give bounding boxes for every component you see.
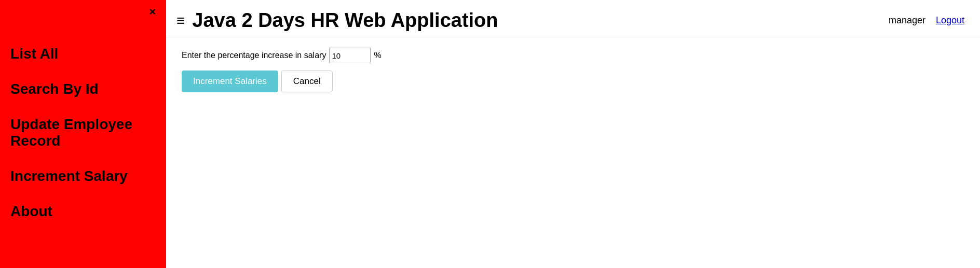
salary-input[interactable] bbox=[329, 48, 371, 63]
logout-link[interactable]: Logout bbox=[936, 15, 964, 26]
salary-label: Enter the percentage increase in salary bbox=[182, 51, 326, 60]
main-area: ≡ Java 2 Days HR Web Application manager… bbox=[166, 0, 980, 268]
cancel-button[interactable]: Cancel bbox=[281, 70, 333, 92]
buttons-row: Increment Salaries Cancel bbox=[182, 70, 964, 92]
sidebar-item-increment-salary[interactable]: Increment Salary bbox=[0, 159, 166, 194]
sidebar-item-update-employee-record[interactable]: Update Employee Record bbox=[0, 107, 166, 159]
content-area: Enter the percentage increase in salary … bbox=[166, 37, 980, 268]
sidebar-nav: List All Search By Id Update Employee Re… bbox=[0, 36, 166, 229]
header: ≡ Java 2 Days HR Web Application manager… bbox=[166, 0, 980, 37]
sidebar: × List All Search By Id Update Employee … bbox=[0, 0, 166, 268]
hamburger-icon[interactable]: ≡ bbox=[176, 12, 185, 29]
sidebar-item-about[interactable]: About bbox=[0, 194, 166, 229]
app-title: Java 2 Days HR Web Application bbox=[192, 9, 498, 32]
close-button[interactable]: × bbox=[149, 5, 156, 19]
header-right: manager Logout bbox=[889, 15, 964, 26]
header-left: ≡ Java 2 Days HR Web Application bbox=[176, 9, 498, 32]
salary-form-row: Enter the percentage increase in salary … bbox=[182, 48, 964, 63]
username-label: manager bbox=[889, 15, 925, 26]
sidebar-item-search-by-id[interactable]: Search By Id bbox=[0, 72, 166, 107]
increment-salaries-button[interactable]: Increment Salaries bbox=[182, 70, 278, 92]
percent-label: % bbox=[374, 51, 381, 60]
sidebar-item-list-all[interactable]: List All bbox=[0, 36, 166, 72]
